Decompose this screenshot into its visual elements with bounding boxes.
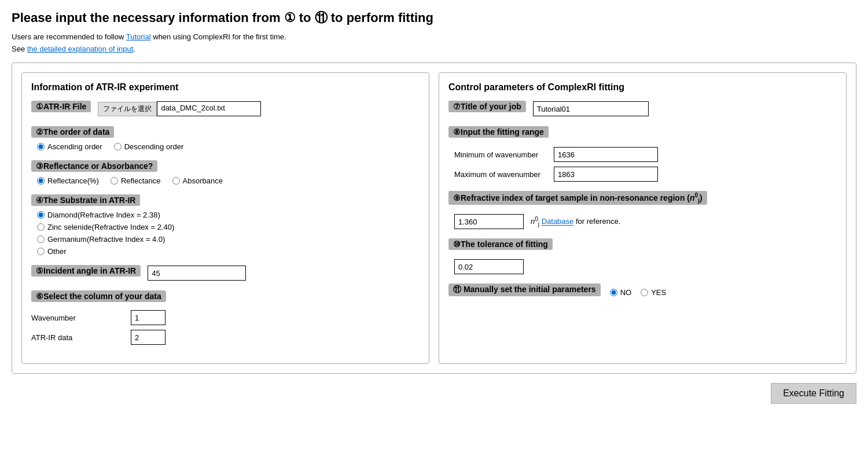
radio-no-label: NO — [620, 288, 632, 297]
radio-other-input[interactable] — [37, 248, 45, 255]
job-title-input[interactable] — [533, 101, 649, 116]
fitting-range-label: ⑧Input the fitting range — [448, 126, 549, 138]
radio-germanium-label: Germanium(Refractive Index = 4.0) — [47, 235, 165, 244]
radio-other-label: Other — [47, 247, 67, 256]
tutorial-link[interactable]: Tutorial — [126, 32, 151, 41]
subtitle-text: Users are recommended to follow Tutorial… — [12, 32, 856, 41]
max-wavenumber-label: Maximum of wavenumber — [454, 170, 547, 179]
section-fitting-range: ⑧Input the fitting range Minimum of wave… — [448, 126, 837, 182]
section-job-title: ⑦Title of your job — [448, 101, 837, 117]
radio-diamond-label: Diamond(Refractive Index = 2.38) — [47, 211, 160, 219]
reflectance-radio-group: Reflectance(%) Reflectance Absorbance — [31, 176, 420, 185]
db-link[interactable]: Database — [542, 218, 574, 226]
main-panels: Information of ATR-IR experiment ①ATR-IR… — [12, 62, 856, 374]
min-wavenumber-row: Minimum of wavenumber — [454, 147, 837, 162]
min-wavenumber-label: Minimum of wavenumber — [454, 150, 547, 159]
radio-reflectance[interactable]: Reflectance — [111, 176, 161, 185]
radio-reflectance-input[interactable] — [111, 177, 118, 185]
subtitle2-text: See the detailed explanation of input. — [12, 45, 856, 53]
substrate-radio-group: Diamond(Refractive Index = 2.38) Zinc se… — [31, 211, 420, 256]
radio-other[interactable]: Other — [37, 247, 420, 256]
radio-ascending[interactable]: Ascending order — [37, 142, 102, 151]
section-initial-params: ⑪ Manually set the initial parameters NO… — [448, 283, 837, 301]
radio-yes[interactable]: YES — [641, 288, 666, 297]
radio-descending-label: Descending order — [124, 142, 184, 151]
max-wavenumber-row: Maximum of wavenumber — [454, 167, 837, 182]
radio-ascending-label: Ascending order — [47, 142, 102, 151]
wavenumber-input[interactable] — [131, 310, 165, 325]
right-panel-title: Control parameters of ComplexRI fitting — [448, 82, 837, 93]
radio-no-input[interactable] — [610, 289, 617, 296]
radio-reflectance-pct[interactable]: Reflectance(%) — [37, 176, 99, 185]
initial-params-label: ⑪ Manually set the initial parameters — [448, 283, 601, 296]
radio-yes-label: YES — [651, 288, 666, 297]
radio-no[interactable]: NO — [610, 288, 632, 297]
job-title-label: ⑦Title of your job — [448, 101, 526, 112]
atr-file-label: ①ATR-IR File — [31, 101, 91, 112]
order-radio-group: Ascending order Descending order — [31, 142, 420, 151]
max-wavenumber-input[interactable] — [554, 167, 658, 182]
order-label: ②The order of data — [31, 126, 114, 138]
section-atr-file: ①ATR-IR File ファイルを選択 data_DMC_2col.txt — [31, 101, 420, 117]
refractive-db-text: n0j Database for reference. — [531, 216, 620, 227]
atr-data-label: ATR-IR data — [31, 333, 124, 342]
radio-reflectance-label: Reflectance — [121, 176, 161, 185]
page-title: Please input the necessary information f… — [12, 9, 856, 27]
section-order: ②The order of data Ascending order Desce… — [31, 126, 420, 151]
reflectance-label: ③Reflectance or Absorbance? — [31, 160, 157, 172]
section-refractive: ⑨Refractive index of target sample in no… — [448, 191, 837, 229]
left-panel: Information of ATR-IR experiment ①ATR-IR… — [21, 72, 429, 364]
radio-zinc-selenide-input[interactable] — [37, 223, 45, 231]
radio-germanium-input[interactable] — [37, 235, 45, 243]
right-panel: Control parameters of ComplexRI fitting … — [439, 72, 847, 364]
file-choose-button[interactable]: ファイルを選択 — [98, 102, 157, 116]
file-input-wrapper: ファイルを選択 data_DMC_2col.txt — [98, 101, 261, 116]
detail-link[interactable]: the detailed explanation of input — [27, 45, 134, 53]
radio-ascending-input[interactable] — [37, 143, 45, 150]
section-incident-angle: ⑤Incident angle in ATR-IR — [31, 265, 420, 281]
section-column: ⑥Select the column of your data Wavenumb… — [31, 290, 420, 345]
radio-yes-input[interactable] — [641, 289, 648, 296]
radio-diamond-input[interactable] — [37, 211, 45, 219]
radio-absorbance-label: Absorbance — [183, 176, 223, 185]
radio-zinc-selenide[interactable]: Zinc selenide(Refractive Index = 2.40) — [37, 223, 420, 231]
section-reflectance: ③Reflectance or Absorbance? Reflectance(… — [31, 160, 420, 185]
substrate-label: ④The Substrate in ATR-IR — [31, 194, 140, 206]
refractive-label: ⑨Refractive index of target sample in no… — [448, 191, 707, 205]
refractive-input[interactable] — [454, 214, 524, 229]
min-wavenumber-input[interactable] — [554, 147, 658, 162]
section-tolerance: ⑩The tolerance of fitting — [448, 238, 837, 274]
bottom-bar: Execute Fitting — [12, 383, 856, 404]
tolerance-input[interactable] — [454, 259, 524, 274]
radio-reflectance-pct-label: Reflectance(%) — [47, 176, 99, 185]
column-label: ⑥Select the column of your data — [31, 290, 166, 302]
left-panel-title: Information of ATR-IR experiment — [31, 82, 420, 93]
section-substrate: ④The Substrate in ATR-IR Diamond(Refract… — [31, 194, 420, 256]
execute-fitting-button[interactable]: Execute Fitting — [771, 383, 856, 404]
radio-diamond[interactable]: Diamond(Refractive Index = 2.38) — [37, 211, 420, 219]
tolerance-label: ⑩The tolerance of fitting — [448, 238, 553, 250]
radio-descending-input[interactable] — [114, 143, 122, 150]
atr-data-input[interactable] — [131, 330, 165, 345]
wavenumber-label: Wavenumber — [31, 314, 124, 322]
file-name-display: data_DMC_2col.txt — [157, 101, 261, 116]
atr-data-row: ATR-IR data — [31, 330, 420, 345]
radio-zinc-selenide-label: Zinc selenide(Refractive Index = 2.40) — [47, 223, 174, 231]
radio-absorbance-input[interactable] — [172, 177, 180, 185]
radio-absorbance[interactable]: Absorbance — [172, 176, 223, 185]
wavenumber-row: Wavenumber — [31, 310, 420, 325]
radio-descending[interactable]: Descending order — [114, 142, 184, 151]
radio-reflectance-pct-input[interactable] — [37, 177, 45, 185]
incident-angle-label: ⑤Incident angle in ATR-IR — [31, 265, 141, 277]
incident-angle-input[interactable] — [148, 266, 246, 281]
radio-germanium[interactable]: Germanium(Refractive Index = 4.0) — [37, 235, 420, 244]
